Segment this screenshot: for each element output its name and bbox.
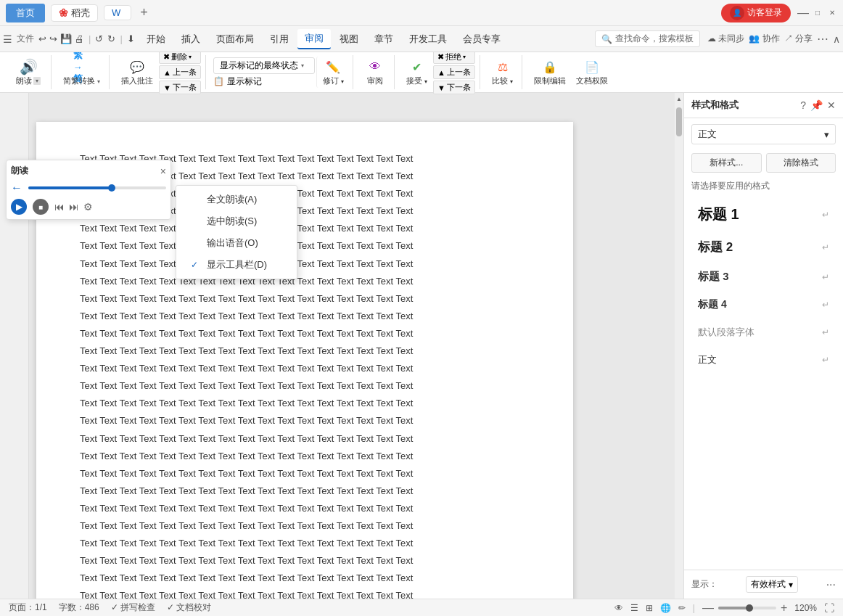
style-item[interactable]: 默认段落字体↵ [690, 319, 837, 345]
doc-line[interactable]: Text Text Text Text Text Text Text Text … [80, 256, 530, 272]
doc-line[interactable]: Text Text Text Text Text Text Text Text … [80, 535, 530, 551]
doc-line[interactable]: Text Text Text Text Text Text Text Text … [80, 291, 530, 307]
tab-reference[interactable]: 引用 [263, 30, 296, 49]
ribbon-menu-icon[interactable]: ☰ [3, 33, 12, 45]
home-tab[interactable]: 首页 [6, 4, 45, 22]
doc-line[interactable]: Text Text Text Text Text Text Text Text … [80, 483, 530, 499]
tab-insert[interactable]: 插入 [174, 30, 207, 49]
doc-line[interactable]: Text Text Text Text Text Text Text Text … [80, 413, 530, 429]
reading-settings-icon[interactable]: ⚙ [83, 201, 93, 213]
doc-line[interactable]: Text Text Text Text Text Text Text Text … [80, 588, 530, 599]
show-state-dropdown[interactable]: 显示标记的最终状态 ▾ [213, 57, 315, 74]
review-button[interactable]: 👁 审阅 [361, 57, 390, 88]
insert-comment-button[interactable]: 💬 插入批注 [117, 57, 157, 88]
ribbon-print[interactable]: 🖨 [75, 33, 84, 44]
ribbon-undo2[interactable]: ↺ [95, 33, 103, 44]
doc-line[interactable]: Text Text Text Text Text Text Text Text … [80, 361, 530, 377]
doc-line[interactable]: Text Text Text Text Text Text Text Text … [80, 431, 530, 447]
current-style-dropdown[interactable]: 正文 ▾ [691, 124, 836, 144]
delete-dropdown[interactable]: ▾ [189, 54, 192, 60]
ribbon-collapse-btn[interactable]: ∧ [833, 33, 840, 45]
tab-view[interactable]: 视图 [332, 30, 366, 49]
doc-review[interactable]: ✓ 文档校对 [167, 601, 211, 614]
close-button[interactable]: ✕ [827, 8, 837, 18]
ribbon-more-btn[interactable]: ⋯ [817, 32, 828, 46]
split-icon[interactable]: ⊞ [646, 603, 653, 613]
reject-dropdown[interactable]: ▾ [463, 54, 466, 60]
prev-comment-button[interactable]: ▲ 上一条 [159, 65, 201, 79]
search-box[interactable]: 🔍 查找命令，搜索模板 [595, 30, 700, 47]
sync-btn[interactable]: ☁ 未同步 [707, 33, 744, 45]
style-item[interactable]: 正文↵ [690, 347, 837, 373]
doc-line[interactable]: Text Text Text Text Text Text Text Text … [80, 274, 530, 289]
style-item[interactable]: 标题 3↵ [690, 263, 837, 290]
read-all-item[interactable]: 全文朗读(A) [176, 189, 297, 210]
doc-line[interactable]: Text Text Text Text Text Text Text Text … [80, 570, 530, 586]
doc-line[interactable]: Text Text Text Text Text Text Text Text … [80, 518, 530, 534]
clear-format-button[interactable]: 清除格式 [766, 153, 836, 173]
track-button[interactable]: ✏️ 修订 ▾ [316, 57, 348, 88]
tab-layout[interactable]: 页面布局 [209, 30, 261, 49]
minimize-button[interactable]: — [798, 8, 808, 18]
read-selected-item[interactable]: 选中朗读(S) [176, 210, 297, 232]
prev-track-button[interactable]: ▲ 上一条 [433, 65, 475, 79]
doc-line[interactable]: Text Text Text Text Text Text Text Text … [80, 448, 530, 464]
trad-simp-button[interactable]: 繁→简 简繁转换 ▾ [59, 57, 104, 88]
tab-chapter[interactable]: 章节 [367, 30, 400, 49]
ribbon-save[interactable]: 💾 [60, 33, 72, 44]
reading-next-icon[interactable]: ⏭ [69, 201, 79, 213]
vertical-scrollbar[interactable]: ▲ ▼ [675, 93, 683, 599]
new-style-button[interactable]: 新样式... [691, 153, 762, 173]
read-button[interactable]: 🔊 朗读 ▾ [10, 57, 46, 88]
globe-icon[interactable]: 🌐 [660, 603, 671, 613]
doc-line[interactable]: Text Text Text Text Text Text Text Text … [80, 378, 530, 394]
doc-line[interactable]: Text Text Text Text Text Text Text Text … [80, 238, 530, 254]
daoke-logo[interactable]: ❀ 稻壳 [51, 4, 98, 22]
maximize-button[interactable]: □ [813, 8, 823, 18]
next-track-button[interactable]: ▼ 下一条 [433, 81, 475, 94]
convert-dropdown[interactable]: ▾ [97, 78, 100, 85]
accept-dropdown[interactable]: ▾ [424, 78, 427, 85]
track-dropdown[interactable]: ▾ [341, 78, 344, 85]
speed-track[interactable] [28, 186, 166, 189]
style-item[interactable]: 标题 4↵ [690, 292, 837, 318]
zoom-in-btn[interactable]: + [781, 602, 787, 614]
reading-toolbar-close[interactable]: × [160, 165, 166, 177]
doc-line[interactable]: Text Text Text Text Text Text Text Text … [80, 553, 530, 569]
output-voice-item[interactable]: 输出语音(O) [176, 232, 297, 254]
scroll-up[interactable]: ▲ [676, 96, 682, 102]
pencil-icon[interactable]: ✏ [678, 603, 686, 613]
style-item[interactable]: 标题 2↵ [690, 232, 837, 262]
doc-line[interactable]: Text Text Text Text Text Text Text Text … [80, 343, 530, 359]
restrict-button[interactable]: 🔒 限制编辑 [530, 57, 570, 88]
doc-line[interactable]: Text Text Text Text Text Text Text Text … [80, 221, 530, 237]
eye-icon[interactable]: 👁 [614, 603, 623, 613]
tab-devtools[interactable]: 开发工具 [402, 30, 454, 49]
style-item[interactable]: 标题 1↵ [690, 198, 837, 231]
tab-review[interactable]: 审阅 [297, 29, 331, 49]
stop-button[interactable]: ■ [33, 199, 49, 215]
doc-line[interactable]: Text Text Text Text Text Text Text Text … [80, 326, 530, 342]
ribbon-redo2[interactable]: ↻ [107, 33, 115, 44]
share-btn[interactable]: ↗ 分享 [784, 33, 813, 45]
login-button[interactable]: 👤 访客登录 [721, 4, 791, 22]
scrollbar-thumb[interactable] [676, 107, 682, 136]
compare-dropdown[interactable]: ▾ [510, 78, 513, 85]
accept-button[interactable]: ✔ 接受 ▾ [402, 57, 432, 88]
doc-line[interactable]: Text Text Text Text Text Text Text Text … [80, 501, 530, 517]
zoom-out-btn[interactable]: — [702, 602, 714, 614]
fullscreen-btn[interactable]: ⛶ [824, 602, 834, 614]
compare-button[interactable]: ⚖ 比较 ▾ [488, 57, 517, 88]
tab-vip[interactable]: 会员专享 [456, 30, 508, 49]
reading-prev-icon[interactable]: ⏮ [54, 201, 65, 213]
show-mark-btn[interactable]: 📋 显示标记 [213, 75, 315, 88]
ribbon-more-tools[interactable]: ⬇ [127, 33, 135, 44]
add-tab-button[interactable]: + [140, 5, 148, 20]
styles-close-icon[interactable]: ✕ [827, 99, 836, 111]
ribbon-undo[interactable]: ↩ [38, 33, 46, 44]
show-styles-select[interactable]: 有效样式 ▾ [746, 576, 798, 593]
styles-help-icon[interactable]: ? [800, 99, 806, 111]
styles-more-btn[interactable]: ··· [826, 578, 836, 591]
read-dropdown-arrow[interactable]: ▾ [33, 77, 41, 85]
editor-area[interactable]: 朗读 × ← ▶ ■ ⏮ ⏭ [0, 93, 683, 599]
